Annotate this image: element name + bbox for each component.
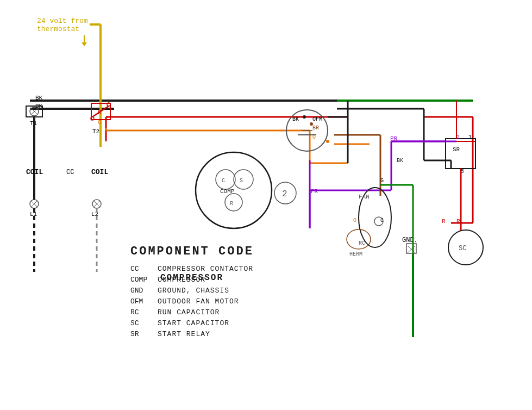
svg-text:GND.: GND. <box>402 237 418 244</box>
svg-point-80 <box>326 140 329 143</box>
svg-text:PR: PR <box>311 188 318 195</box>
svg-text:CC: CC <box>130 265 139 273</box>
svg-text:COMPONENT CODE: COMPONENT CODE <box>130 245 254 258</box>
svg-text:BK: BK <box>35 95 43 101</box>
svg-point-78 <box>303 115 306 119</box>
svg-text:SC: SC <box>130 319 139 327</box>
svg-text:OFM: OFM <box>130 297 143 306</box>
svg-text:T2: T2 <box>92 128 99 135</box>
svg-text:24 volt from: 24 volt from <box>37 17 88 25</box>
svg-text:RC: RC <box>130 308 139 316</box>
svg-text:OFM: OFM <box>312 116 322 122</box>
svg-text:G: G <box>380 178 384 184</box>
svg-text:R: R <box>456 218 460 225</box>
svg-text:BK: BK <box>35 103 43 109</box>
svg-text:O: O <box>312 134 316 140</box>
svg-text:R: R <box>442 218 446 225</box>
svg-text:GND: GND <box>130 287 143 295</box>
svg-text:COMP: COMP <box>130 276 147 284</box>
svg-text:1: 1 <box>468 134 472 140</box>
svg-text:CC: CC <box>66 169 74 176</box>
svg-text:2: 2 <box>282 189 287 199</box>
svg-text:BK: BK <box>397 158 403 164</box>
svg-text:thermostat: thermostat <box>37 25 79 33</box>
svg-text:C: C <box>222 178 225 184</box>
svg-text:COIL: COIL <box>26 168 43 176</box>
svg-text:OUTDOOR FAN MOTOR: OUTDOOR FAN MOTOR <box>158 297 239 306</box>
svg-text:BK: BK <box>292 116 299 122</box>
main-diagram: T1 L1 COIL T2 CC COIL L2 BK BK R O <box>0 0 532 410</box>
svg-text:FAN: FAN <box>359 194 370 200</box>
svg-text:BR: BR <box>312 125 319 131</box>
svg-text:O: O <box>98 119 102 126</box>
svg-text:SR: SR <box>130 330 139 338</box>
svg-text:O: O <box>353 218 356 223</box>
svg-text:RC: RC <box>359 240 365 246</box>
svg-text:COMP: COMP <box>220 188 235 195</box>
svg-text:S: S <box>240 178 243 184</box>
svg-text:HERM: HERM <box>349 251 362 257</box>
svg-rect-0 <box>0 0 532 410</box>
svg-text:COMPRESSOR CONTACTOR: COMPRESSOR CONTACTOR <box>158 265 253 273</box>
svg-text:R: R <box>230 201 233 207</box>
svg-text:R: R <box>98 109 102 116</box>
svg-text:COMPRESSOR: COMPRESSOR <box>158 276 205 284</box>
svg-text:COIL: COIL <box>91 168 108 176</box>
svg-text:START RELAY: START RELAY <box>158 330 210 338</box>
svg-text:SR: SR <box>453 146 460 153</box>
svg-point-79 <box>310 122 313 126</box>
svg-text:SC: SC <box>459 245 466 252</box>
svg-text:GROUND, CHASSIS: GROUND, CHASSIS <box>158 287 229 295</box>
svg-text:RUN CAPACITOR: RUN CAPACITOR <box>158 308 220 316</box>
svg-text:START CAPACITOR: START CAPACITOR <box>158 319 229 327</box>
